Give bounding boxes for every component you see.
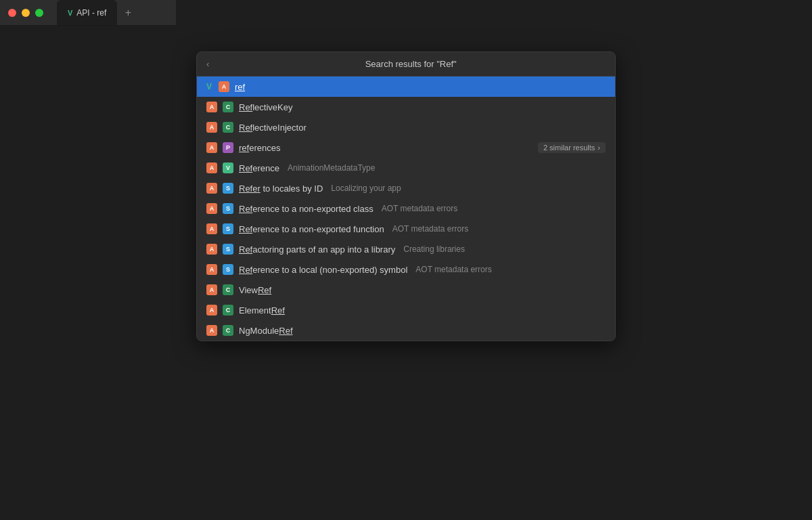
badge-c: C xyxy=(223,284,233,295)
badge-a: A xyxy=(206,325,217,336)
badge-c: C xyxy=(223,325,233,336)
traffic-lights xyxy=(8,9,43,17)
similar-badge[interactable]: 2 similar results › xyxy=(538,142,606,153)
badge-a: A xyxy=(206,183,217,194)
badge-a: A xyxy=(206,305,217,316)
search-result-reflective-injector[interactable]: A C ReflectiveInjector xyxy=(197,117,615,137)
result-subtitle: AOT metadata errors xyxy=(382,204,458,213)
badge-c: C xyxy=(223,305,233,316)
new-tab-button[interactable]: + xyxy=(120,5,136,21)
badge-a: A xyxy=(206,284,217,295)
badge-a: A xyxy=(206,264,217,275)
result-title: Reference to a non-exported class xyxy=(239,204,374,214)
badge-s: S xyxy=(223,244,233,255)
result-title: ElementRef xyxy=(239,305,285,316)
dropdown-title: Search results for "Ref" xyxy=(216,59,606,69)
search-result-ref-non-exported-class[interactable]: A S Reference to a non-exported class AO… xyxy=(197,198,615,219)
back-arrow-icon[interactable]: ‹ xyxy=(206,59,209,69)
chevron-right-icon: › xyxy=(597,144,600,152)
badge-p: P xyxy=(223,142,233,153)
search-result-references[interactable]: A P references 2 similar results › xyxy=(197,137,615,158)
badge-a: A xyxy=(219,81,229,92)
main-content: HTML ll be registered under the parent c… xyxy=(176,0,812,26)
search-result-ref-non-exported-func[interactable]: A S Reference to a non-exported function… xyxy=(197,219,615,239)
badge-v: V xyxy=(223,162,233,173)
tab-bar: V API - ref + xyxy=(57,0,136,25)
badge-s: S xyxy=(223,264,233,275)
badge-a: A xyxy=(206,102,217,112)
maximize-button[interactable] xyxy=(35,9,43,17)
close-button[interactable] xyxy=(8,9,16,17)
result-subtitle: Creating libraries xyxy=(403,244,465,254)
search-result-reflective-key[interactable]: A C ReflectiveKey xyxy=(197,97,615,117)
dropdown-header: ‹ Search results for "Ref" xyxy=(197,52,615,77)
search-dropdown: ‹ Search results for "Ref" V A ref A C R… xyxy=(196,51,616,341)
result-title: Reference xyxy=(239,163,279,173)
badge-a: A xyxy=(206,203,217,214)
badge-s: S xyxy=(223,183,233,194)
badge-a: A xyxy=(206,223,217,234)
badge-c: C xyxy=(223,122,233,133)
badge-c: C xyxy=(223,102,233,112)
result-title: references xyxy=(239,143,280,153)
tab-api-ref[interactable]: V API - ref xyxy=(57,0,117,25)
result-title: ReflectiveKey xyxy=(239,102,292,112)
badge-a: A xyxy=(206,244,217,255)
result-title: Reference to a non-exported function xyxy=(239,224,384,234)
minimize-button[interactable] xyxy=(22,9,30,17)
result-title: Refactoring parts of an app into a libra… xyxy=(239,244,395,255)
result-title: NgModuleRef xyxy=(239,326,293,336)
result-subtitle: Localizing your app xyxy=(331,183,401,193)
search-result-ref-local-symbol[interactable]: A S Reference to a local (non-exported) … xyxy=(197,259,615,280)
search-result-reference[interactable]: A V Reference AnimationMetadataType xyxy=(197,158,615,178)
tab-title: API - ref xyxy=(76,8,106,18)
search-result-refactoring[interactable]: A S Refactoring parts of an app into a l… xyxy=(197,239,615,259)
badge-a: A xyxy=(206,142,217,153)
result-title: Refer to locales by ID xyxy=(239,183,323,194)
search-result-ref[interactable]: V A ref xyxy=(197,77,615,97)
result-title: ViewRef xyxy=(239,285,271,295)
result-title: Reference to a local (non-exported) symb… xyxy=(239,265,407,275)
result-subtitle: AOT metadata errors xyxy=(392,224,469,234)
badge-a: A xyxy=(206,122,217,133)
result-title: ReflectiveInjector xyxy=(239,123,307,133)
search-result-viewref[interactable]: A C ViewRef xyxy=(197,280,615,300)
search-result-elementref[interactable]: A C ElementRef xyxy=(197,300,615,320)
vue-icon: V xyxy=(68,9,72,17)
vue-logo: V xyxy=(206,82,212,91)
search-result-ngmoduleref[interactable]: A C NgModuleRef xyxy=(197,320,615,341)
search-result-refer-locales[interactable]: A S Refer to locales by ID Localizing yo… xyxy=(197,178,615,198)
result-subtitle: AOT metadata errors xyxy=(415,265,492,274)
badge-s: S xyxy=(223,223,233,234)
result-title: ref xyxy=(235,82,245,92)
result-subtitle: AnimationMetadataType xyxy=(288,163,375,173)
badge-s: S xyxy=(223,203,233,214)
badge-a: A xyxy=(206,162,217,173)
